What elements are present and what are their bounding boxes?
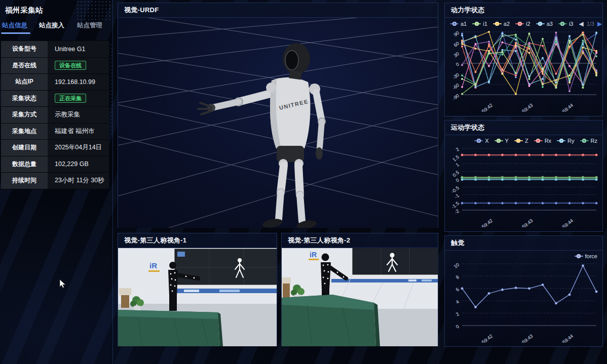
urdf-viewport[interactable]: UNITREE	[118, 18, 438, 228]
legend-item-i1[interactable]: i1	[472, 21, 487, 27]
info-row: 数据总量102,229 GB	[1, 156, 109, 173]
legend-label: force	[585, 253, 597, 259]
svg-text:10: 10	[452, 262, 460, 269]
tab-1[interactable]: 站点接入	[39, 21, 64, 30]
legend-marker-icon	[493, 22, 502, 26]
video2-scene: iR	[282, 248, 438, 346]
legend-label: Y	[505, 138, 509, 144]
svg-text:2: 2	[454, 311, 460, 317]
svg-text:08:59:44: 08:59:44	[556, 333, 574, 343]
svg-text:1.5: 1.5	[451, 154, 460, 163]
legend-marker-icon	[558, 22, 567, 26]
svg-text:08:59:44: 08:59:44	[556, 218, 574, 227]
legend-marker-icon	[575, 254, 583, 258]
legend-next-icon[interactable]: ▶	[597, 20, 602, 27]
video1-stream: iR	[118, 248, 277, 346]
legend-marker-icon	[450, 22, 459, 26]
urdf-panel-title: 视觉-URDF	[118, 3, 438, 18]
svg-text:2: 2	[454, 146, 460, 152]
legend-item-a1[interactable]: a1	[450, 21, 467, 27]
urdf-robot-view: UNITREE	[118, 18, 438, 228]
legend-item-i2[interactable]: i2	[515, 21, 530, 27]
urdf-panel: 视觉-URDF	[118, 3, 438, 228]
info-label: 采集地点	[1, 124, 48, 140]
info-row: 采集地点福建省 福州市	[1, 124, 109, 140]
dashboard-root: 福州采集站 站点信息站点接入站点管理 设备型号Unitree G1是否在线设备在…	[0, 0, 607, 364]
legend-marker-icon	[536, 22, 545, 26]
svg-text:-30: -30	[451, 72, 461, 80]
tactile-legend: force	[445, 251, 602, 260]
svg-text:90: 90	[452, 30, 460, 37]
info-value: 设备在线	[48, 58, 109, 74]
video2-stream: iR	[282, 248, 438, 346]
legend-label: i1	[483, 21, 487, 27]
station-info-table: 设备型号Unitree G1是否在线设备在线站点IP192.168.10.99采…	[1, 41, 109, 189]
video1-scene: iR	[118, 248, 277, 346]
legend-label: i2	[526, 21, 530, 27]
svg-text:-60: -60	[451, 82, 461, 91]
tactile-panel: 触觉 force 108642008:59:4208:59:4308:59:44	[444, 235, 603, 347]
legend-item-Ry[interactable]: Ry	[557, 138, 574, 144]
tab-0[interactable]: 站点信息	[2, 21, 27, 30]
svg-text:08:59:43: 08:59:43	[516, 102, 534, 112]
legend-label: i3	[569, 21, 574, 27]
sidebar: 福州采集站 站点信息站点接入站点管理 设备型号Unitree G1是否在线设备在…	[0, 0, 112, 364]
legend-marker-icon	[534, 139, 543, 143]
info-row: 站点IP192.168.10.99	[1, 74, 109, 91]
sidebar-tabs: 站点信息站点接入站点管理	[0, 21, 112, 33]
dynamics-title: 动力学状态	[445, 3, 602, 18]
legend-item-Rx[interactable]: Rx	[534, 138, 551, 144]
legend-prev-icon[interactable]: ◀	[579, 20, 583, 27]
info-row: 采集方式示教采集	[1, 107, 109, 124]
svg-text:1: 1	[454, 161, 460, 168]
active-tab-underline	[1, 32, 30, 34]
info-label: 持续时间	[1, 173, 48, 189]
legend-pager: ◀1/3▶	[579, 20, 602, 27]
status-badge: 设备在线	[55, 61, 86, 70]
svg-text:6: 6	[454, 287, 460, 293]
video-panel-1: 视觉-第三人称视角-1 iR	[118, 233, 277, 346]
svg-text:08:59:43: 08:59:43	[516, 333, 534, 343]
info-row: 采集状态正在采集	[1, 91, 109, 107]
legend-item-Y[interactable]: Y	[495, 138, 509, 144]
svg-text:0: 0	[454, 323, 460, 330]
info-label: 创建日期	[1, 140, 48, 156]
sidebar-divider	[112, 0, 113, 364]
legend-marker-icon	[474, 139, 483, 143]
tactile-chart: 108642008:59:4208:59:4308:59:44	[445, 260, 602, 343]
info-label: 数据总量	[1, 156, 48, 173]
legend-marker-icon	[514, 139, 523, 143]
svg-text:08:59:43: 08:59:43	[516, 218, 534, 227]
info-value: 2025年04月14日	[48, 140, 109, 156]
info-row: 创建日期2025年04月14日	[1, 140, 109, 156]
info-value: 福建省 福州市	[48, 124, 109, 140]
legend-item-i3[interactable]: i3	[558, 21, 574, 27]
info-value: 正在采集	[48, 91, 109, 107]
legend-label: Rx	[545, 138, 551, 144]
legend-item-X[interactable]: X	[474, 138, 488, 144]
legend-item-force[interactable]: force	[575, 253, 597, 259]
legend-marker-icon	[557, 139, 565, 143]
video-panel-2: 视觉-第三人称视角-2 iR	[281, 233, 438, 346]
legend-item-Rz[interactable]: Rz	[580, 138, 597, 144]
legend-item-a2[interactable]: a2	[493, 21, 510, 27]
tab-2[interactable]: 站点管理	[77, 21, 102, 30]
legend-page-indicator: 1/3	[587, 21, 594, 27]
legend-label: X	[485, 138, 488, 144]
kinematics-panel: 运动学状态 XYZRxRyRz 21.510.50-0.5-1-1.5-208:…	[444, 120, 603, 232]
svg-text:0: 0	[454, 177, 460, 183]
info-row: 是否在线设备在线	[1, 58, 109, 74]
info-row: 持续时间23小时 11分 30秒	[1, 173, 109, 189]
info-row: 设备型号Unitree G1	[1, 41, 109, 58]
status-badge: 正在采集	[55, 94, 86, 103]
legend-item-Z[interactable]: Z	[514, 138, 528, 144]
svg-text:08:59:44: 08:59:44	[556, 102, 574, 112]
legend-marker-icon	[472, 22, 481, 26]
legend-label: Rz	[591, 138, 597, 144]
svg-text:-0.5: -0.5	[450, 185, 461, 194]
svg-text:-1.5: -1.5	[450, 200, 461, 210]
svg-text:08:59:42: 08:59:42	[475, 102, 494, 112]
legend-marker-icon	[495, 139, 503, 143]
info-value: 192.168.10.99	[48, 74, 109, 90]
legend-item-a3[interactable]: a3	[536, 21, 553, 27]
